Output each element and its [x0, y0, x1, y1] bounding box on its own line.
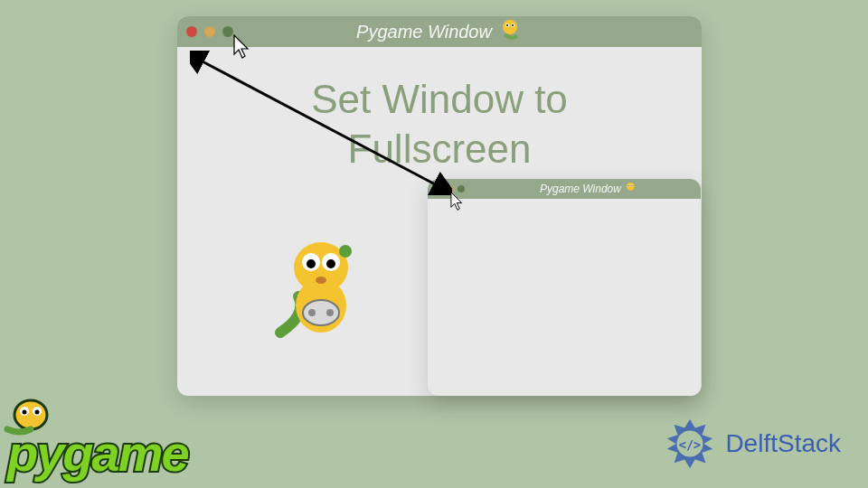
svg-point-0: [503, 20, 517, 34]
pygame-logo: pygame: [7, 424, 188, 483]
svg-point-21: [339, 245, 352, 258]
maximize-icon[interactable]: [222, 26, 233, 37]
svg-point-9: [631, 184, 632, 185]
snake-icon: [499, 18, 523, 46]
svg-point-5: [627, 183, 635, 191]
svg-point-20: [326, 309, 334, 316]
window-title-text: Pygame Window: [356, 22, 492, 42]
pygame-mascot-icon: [271, 233, 371, 345]
window-title-large: Pygame Window: [356, 18, 523, 46]
svg-line-10: [199, 60, 439, 186]
close-icon[interactable]: [186, 26, 197, 37]
svg-point-16: [326, 259, 335, 268]
svg-point-17: [316, 277, 326, 284]
svg-text:</>: </>: [679, 437, 701, 452]
svg-point-24: [23, 410, 27, 415]
resize-arrow-icon: [190, 51, 452, 195]
cursor-icon: [450, 192, 465, 211]
svg-point-22: [14, 400, 47, 429]
delftstack-emblem-icon: </>: [664, 418, 716, 470]
minimize-icon[interactable]: [204, 26, 215, 37]
delftstack-logo-text: DelftStack: [725, 429, 841, 458]
snake-icon: [625, 182, 637, 197]
svg-point-19: [308, 309, 316, 316]
titlebar-large: Pygame Window: [177, 16, 702, 47]
svg-point-7: [628, 184, 629, 185]
window-title-small: Pygame Window: [540, 182, 637, 197]
svg-point-26: [35, 410, 40, 415]
delftstack-logo: </> DelftStack: [664, 418, 841, 470]
small-app-window: Pygame Window: [428, 179, 701, 396]
window-title-text-small: Pygame Window: [540, 183, 621, 195]
svg-point-4: [512, 24, 514, 26]
traffic-lights: [186, 26, 233, 37]
cursor-icon: [233, 34, 251, 60]
svg-point-2: [506, 24, 508, 26]
titlebar-small: Pygame Window: [428, 179, 701, 199]
svg-point-14: [307, 259, 316, 268]
